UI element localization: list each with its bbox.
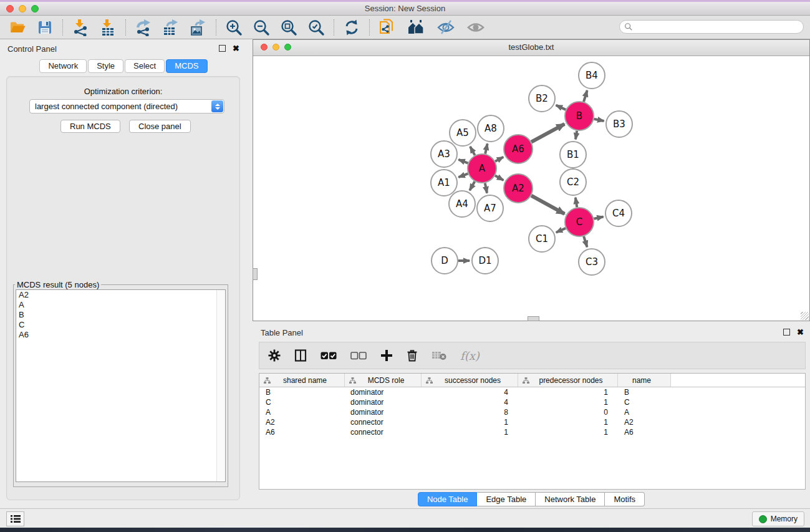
graph-node-A2[interactable]: A2	[504, 174, 533, 203]
table-cell[interactable]: A2	[259, 418, 345, 427]
zoom-in-icon[interactable]	[225, 19, 243, 36]
network-close-button[interactable]	[261, 44, 268, 51]
table-cell[interactable]: 1	[518, 388, 618, 397]
tab-network-table[interactable]: Network Table	[536, 492, 605, 506]
run-mcds-button[interactable]: Run MCDS	[60, 120, 120, 133]
table-cell[interactable]: B	[259, 388, 345, 397]
tab-style[interactable]: Style	[88, 59, 123, 73]
mcds-result-item[interactable]: B	[16, 310, 225, 320]
graph-node-A3[interactable]: A3	[431, 141, 457, 167]
network-canvas[interactable]: AA1A2A3A4A5A6A7A8BB1B2B3B4CC1C2C3C4DD1	[254, 56, 809, 320]
graph-edge-B-B3[interactable]	[594, 119, 604, 121]
table-cell[interactable]: A6	[259, 428, 345, 437]
graph-node-D[interactable]: D	[432, 248, 458, 274]
network-zoom-button[interactable]	[284, 44, 291, 51]
table-cell[interactable]: A2	[618, 418, 671, 427]
mcds-result-item[interactable]: A	[16, 300, 225, 310]
table-row[interactable]: A2connector11A2	[259, 417, 805, 427]
graph-edge-A-A4[interactable]	[470, 181, 475, 190]
tab-motifs[interactable]: Motifs	[605, 492, 645, 506]
graph-edge-B-B4[interactable]	[584, 90, 587, 102]
import-table-icon[interactable]	[99, 19, 117, 36]
graph-node-A8[interactable]: A8	[478, 115, 504, 142]
graph-edge-C-C4[interactable]	[594, 216, 603, 218]
splitter-handle[interactable]	[528, 316, 539, 321]
close-panel-icon[interactable]: ✖	[797, 329, 804, 335]
graph-edge-C-C3[interactable]	[584, 236, 587, 247]
float-panel-icon[interactable]	[219, 45, 226, 52]
graph-edge-A-A5[interactable]	[470, 147, 475, 155]
graph-edge-A-A6[interactable]	[495, 157, 503, 162]
refresh-icon[interactable]	[343, 19, 360, 36]
resize-grip[interactable]	[801, 312, 809, 320]
graph-node-D1[interactable]: D1	[472, 248, 498, 274]
zoom-fit-icon[interactable]	[280, 19, 297, 36]
graph-edge-A-A1[interactable]	[458, 173, 468, 177]
show-selected-icon[interactable]	[466, 19, 486, 36]
graph-edge-C-C2[interactable]	[576, 198, 577, 208]
table-cell[interactable]: A	[618, 408, 671, 417]
function-builder-icon[interactable]: f(x)	[460, 349, 480, 362]
graph-node-B4[interactable]: B4	[579, 62, 605, 89]
close-panel-button[interactable]: Close panel	[129, 120, 191, 133]
graph-edge-C-C1[interactable]	[556, 228, 566, 233]
table-cell[interactable]: dominator	[345, 388, 422, 397]
table-row[interactable]: Bdominator41B	[259, 387, 805, 397]
table-cell[interactable]: 1	[518, 428, 618, 437]
graph-node-C3[interactable]: C3	[579, 249, 605, 275]
graph-node-A6[interactable]: A6	[504, 135, 533, 163]
graph-node-C2[interactable]: C2	[560, 169, 586, 195]
column-header-MCDS-role[interactable]: MCDS role	[345, 374, 422, 387]
table-cell[interactable]: A	[259, 408, 345, 417]
import-network-icon[interactable]	[72, 19, 89, 36]
export-table-icon[interactable]	[162, 19, 180, 36]
float-panel-icon[interactable]	[783, 329, 790, 336]
graph-edge-B-B2[interactable]	[556, 105, 566, 110]
tab-mcds[interactable]: MCDS	[166, 59, 207, 73]
table-row[interactable]: Adominator80A	[259, 407, 805, 417]
graph-node-A[interactable]: A	[468, 154, 496, 183]
table-cell[interactable]: B	[618, 388, 671, 397]
export-image-icon[interactable]	[190, 19, 207, 36]
splitter-handle[interactable]	[253, 268, 258, 280]
tab-node-table[interactable]: Node Table	[418, 492, 478, 506]
table-cell[interactable]: connector	[345, 428, 422, 437]
column-header-successor-nodes[interactable]: successor nodes	[422, 374, 518, 387]
graph-node-A4[interactable]: A4	[449, 191, 475, 217]
table-cell[interactable]: 8	[422, 408, 518, 417]
table-cell[interactable]: 0	[518, 408, 618, 417]
hide-selected-icon[interactable]	[436, 19, 456, 36]
table-cell[interactable]: C	[259, 398, 345, 407]
tab-network[interactable]: Network	[39, 59, 87, 73]
network-window-titlebar[interactable]: testGlobe.txt	[253, 40, 809, 56]
graph-node-A7[interactable]: A7	[477, 195, 503, 221]
column-visibility-icon[interactable]	[294, 349, 307, 362]
save-session-icon[interactable]	[36, 19, 54, 36]
mcds-result-list[interactable]: A2ABCA6	[16, 289, 226, 482]
mcds-result-item[interactable]: A6	[16, 330, 225, 340]
network-minimize-button[interactable]	[272, 44, 279, 51]
table-cell[interactable]: 1	[518, 398, 618, 407]
column-header-name[interactable]: name	[618, 374, 671, 387]
new-network-from-selection-icon[interactable]	[378, 19, 396, 36]
open-session-icon[interactable]	[9, 19, 26, 36]
show-panels-list-button[interactable]	[6, 511, 24, 526]
settings-icon[interactable]	[268, 349, 281, 362]
delete-column-icon[interactable]	[407, 349, 418, 362]
graph-edge-A-A8[interactable]	[485, 143, 488, 153]
close-panel-icon[interactable]: ✖	[233, 46, 239, 51]
graph-edge-A-A7[interactable]	[485, 183, 487, 193]
graph-node-C4[interactable]: C4	[605, 200, 632, 226]
graph-node-B3[interactable]: B3	[606, 111, 632, 137]
show-all-networks-icon[interactable]	[406, 19, 426, 36]
zoom-out-icon[interactable]	[253, 19, 270, 36]
table-cell[interactable]: 1	[518, 418, 618, 427]
table-cell[interactable]: C	[618, 398, 671, 407]
table-row[interactable]: A6connector11A6	[259, 427, 805, 437]
close-window-button[interactable]	[6, 5, 14, 12]
add-column-icon[interactable]	[380, 349, 393, 362]
graph-edge-B-B1[interactable]	[576, 131, 577, 140]
table-cell[interactable]: 4	[422, 388, 518, 397]
column-header-shared-name[interactable]: shared name	[259, 374, 345, 387]
graph-edge-A6-B[interactable]	[531, 124, 564, 142]
